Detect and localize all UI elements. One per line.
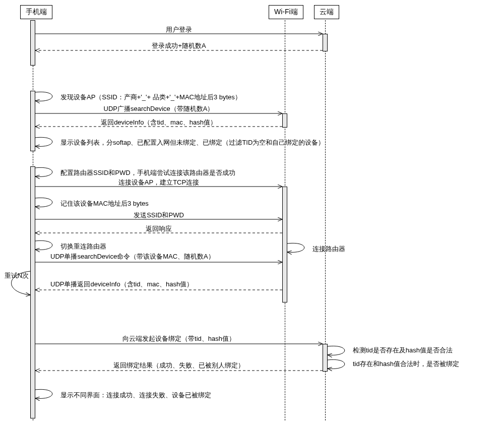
msg-discover-ap: 发现设备AP（SSID：产商+'_'+ 品类+'_'+MAC地址后3 bytes… [60, 93, 287, 102]
msg-user-login: 用户登录 [35, 25, 323, 34]
msg-show-list: 显示设备列表，分softap、已配置入网但未绑定、已绑定（过滤TID为空和自己绑… [60, 138, 413, 147]
msg-udp-broadcast: UDP广播searchDevice（带随机数A） [35, 104, 282, 113]
msg-check-tid: 检测tid是否存在及hash值是否合法 [353, 346, 499, 355]
msg-return-bind-result: 返回绑定结果（成功、失败、已被别人绑定） [35, 361, 323, 370]
msg-show-result: 显示不同界面：连接成功、连接失败、设备已被绑定 [60, 391, 312, 400]
msg-config-router: 配置路由器SSID和PWD，手机端尝试连接该路由器是否成功 [60, 168, 312, 177]
msg-return-response: 返回响应 [35, 224, 282, 233]
participant-mobile: 手机端 [20, 5, 52, 19]
activation-wifi-1 [282, 113, 287, 128]
msg-remember-mac: 记住该设备MAC地址后3 bytes [60, 199, 212, 208]
participant-wifi: Wi-Fi端 [269, 5, 303, 19]
msg-udp-unicast-return: UDP单播返回deviceInfo（含tid、mac、hash值） [50, 280, 282, 289]
participant-cloud: 云端 [314, 5, 339, 19]
msg-check-bound: tid存在和hash值合法时，是否被绑定 [353, 359, 499, 369]
activation-cloud-2 [323, 344, 328, 372]
msg-udp-unicast-search: UDP单播searchDevice命令（带该设备MAC、随机数A） [50, 252, 282, 261]
msg-send-ssid: 发送SSID和PWD [35, 211, 282, 220]
msg-login-success: 登录成功+随机数A [35, 41, 323, 50]
activation-mobile-3 [30, 166, 35, 418]
msg-return-deviceinfo: 返回deviceInfo（含tid、mac、hash值） [35, 118, 282, 127]
activation-cloud-1 [323, 34, 328, 51]
msg-retry-n: 重试N次 [2, 271, 32, 280]
activation-mobile-1 [30, 20, 35, 66]
activation-wifi-2 [282, 187, 287, 303]
msg-connect-ap: 连接设备AP，建立TCP连接 [35, 178, 282, 187]
msg-switch-reconnect: 切换重连路由器 [60, 242, 161, 251]
msg-wifi-connect-router: 连接路由器 [312, 245, 373, 254]
msg-cloud-bind: 向云端发起设备绑定（带tid、hash值） [35, 334, 323, 343]
activation-mobile-2 [30, 91, 35, 151]
